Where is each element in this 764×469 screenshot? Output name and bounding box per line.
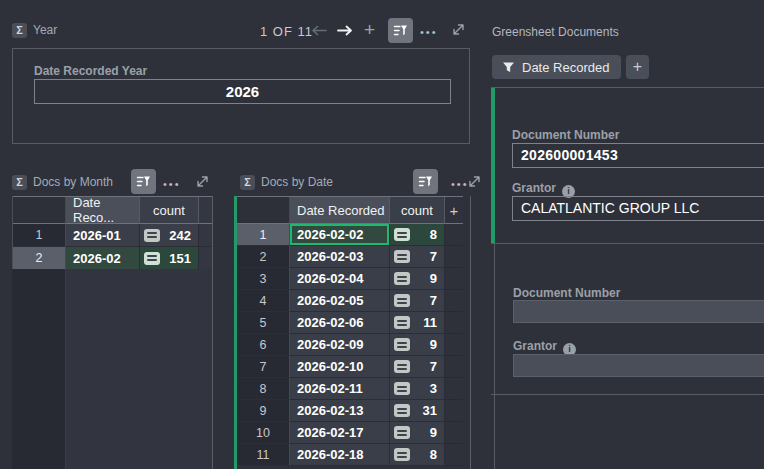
row-number-cell[interactable]: 5	[237, 312, 290, 334]
count-column-header[interactable]: count	[390, 197, 445, 224]
document-card-selected[interactable]: Document Number 202600001453 Grantori CA…	[491, 88, 764, 243]
sort-filter-button[interactable]	[413, 169, 438, 194]
more-options-icon[interactable]: •••	[163, 179, 181, 190]
document-card[interactable]	[494, 395, 764, 469]
record-list-icon	[394, 338, 410, 351]
docs-by-date-table: Date Recorded count + 12026-02-02822026-…	[237, 196, 463, 466]
date-cell[interactable]: 2026-02-06	[290, 312, 390, 334]
expand-icon[interactable]	[451, 22, 466, 37]
sigma-icon: Σ	[12, 175, 27, 190]
count-cell[interactable]: 9	[390, 334, 445, 356]
table-row[interactable]: 22026-02151	[13, 247, 212, 270]
count-value: 31	[423, 403, 437, 418]
year-card: Date Recorded Year 2026	[12, 48, 470, 144]
count-cell[interactable]: 31	[390, 400, 445, 422]
row-number-cell[interactable]: 6	[237, 334, 290, 356]
extra-column-header	[199, 197, 213, 224]
table-row[interactable]: 62026-02-099	[237, 334, 463, 356]
sigma-icon: Σ	[12, 23, 27, 38]
year-field-value[interactable]: 2026	[34, 79, 451, 104]
date-cell[interactable]: 2026-02-10	[290, 356, 390, 378]
sort-filter-button[interactable]	[131, 169, 156, 194]
expand-icon[interactable]	[195, 174, 210, 189]
add-column-button[interactable]: +	[445, 197, 463, 224]
date-cell[interactable]: 2026-02-18	[290, 444, 390, 466]
doc-number-label: Document Number	[513, 286, 620, 300]
grantor-value[interactable]	[513, 354, 764, 377]
row-number-cell[interactable]: 7	[237, 356, 290, 378]
document-card[interactable]: Document Number Grantori	[494, 244, 764, 394]
row-number-cell[interactable]: 2	[13, 247, 66, 270]
table-row[interactable]: 102026-02-179	[237, 422, 463, 444]
count-cell[interactable]: 7	[390, 290, 445, 312]
more-options-icon[interactable]: •••	[420, 27, 438, 38]
date-column-header[interactable]: Date Recorded	[290, 197, 390, 224]
date-cell[interactable]: 2026-01	[66, 224, 140, 247]
doc-number-value[interactable]	[513, 300, 764, 323]
table-row[interactable]: 72026-02-107	[237, 356, 463, 378]
row-number-cell[interactable]: 1	[237, 224, 290, 246]
row-number-cell[interactable]: 2	[237, 246, 290, 268]
doc-number-value[interactable]: 202600001453	[512, 143, 764, 168]
date-cell[interactable]: 2026-02-17	[290, 422, 390, 444]
count-cell[interactable]: 7	[390, 356, 445, 378]
expand-icon[interactable]	[467, 174, 482, 189]
row-number-cell[interactable]: 3	[237, 268, 290, 290]
row-number-cell[interactable]: 9	[237, 400, 290, 422]
date-cell[interactable]: 2026-02-11	[290, 378, 390, 400]
count-column-header[interactable]: count	[140, 197, 199, 224]
count-value: 7	[430, 249, 437, 264]
table-row[interactable]: 82026-02-113	[237, 378, 463, 400]
table-row[interactable]: 12026-02-028	[237, 224, 463, 246]
plus-icon[interactable]: +	[364, 20, 375, 39]
date-cell[interactable]: 2026-02-05	[290, 290, 390, 312]
count-cell[interactable]: 8	[390, 444, 445, 466]
count-cell[interactable]: 3	[390, 378, 445, 400]
date-cell[interactable]: 2026-02-02	[290, 224, 390, 246]
record-pagination: 1 OF 11	[260, 24, 313, 39]
grantor-value[interactable]: CALATLANTIC GROUP LLC	[512, 196, 764, 221]
row-number-cell[interactable]: 4	[237, 290, 290, 312]
table-row[interactable]: 112026-02-188	[237, 444, 463, 466]
arrow-left-icon[interactable]	[311, 25, 328, 36]
row-number-cell[interactable]: 1	[13, 224, 66, 247]
row-number-cell[interactable]: 10	[237, 422, 290, 444]
count-cell[interactable]: 9	[390, 422, 445, 444]
add-filter-button[interactable]: +	[626, 55, 649, 79]
count-cell[interactable]: 8	[390, 224, 445, 246]
record-list-icon	[394, 404, 410, 417]
date-cell[interactable]: 2026-02-03	[290, 246, 390, 268]
record-list-icon	[394, 228, 410, 241]
date-cell[interactable]: 2026-02-04	[290, 268, 390, 290]
table-row[interactable]: 32026-02-049	[237, 268, 463, 290]
more-options-icon[interactable]: •••	[451, 179, 469, 190]
record-list-icon	[144, 229, 160, 242]
date-recorded-filter-chip[interactable]: Date Recorded	[492, 55, 621, 79]
count-cell[interactable]: 11	[390, 312, 445, 334]
empty-cell	[445, 378, 463, 400]
table-row[interactable]: 42026-02-057	[237, 290, 463, 312]
date-cell[interactable]: 2026-02	[66, 247, 140, 270]
doc-number-label: Document Number	[512, 128, 619, 142]
row-number-header	[237, 197, 290, 224]
sort-filter-button[interactable]	[388, 18, 413, 43]
arrow-right-icon[interactable]	[336, 25, 353, 36]
table-row[interactable]: 92026-02-1331	[237, 400, 463, 422]
table-row[interactable]: 22026-02-037	[237, 246, 463, 268]
date-cell[interactable]: 2026-02-09	[290, 334, 390, 356]
date-cell[interactable]: 2026-02-13	[290, 400, 390, 422]
count-cell[interactable]: 242	[140, 224, 199, 247]
count-value: 7	[430, 359, 437, 374]
empty-cell	[445, 334, 463, 356]
table-header-row: Date Recorded count +	[237, 196, 463, 224]
table-row[interactable]: 52026-02-0611	[237, 312, 463, 334]
month-panel-title: Docs by Month	[33, 175, 113, 190]
row-number-cell[interactable]: 8	[237, 378, 290, 400]
sort-filter-icon	[393, 23, 408, 38]
row-number-cell[interactable]: 11	[237, 444, 290, 466]
count-cell[interactable]: 151	[140, 247, 199, 270]
date-column-header[interactable]: Date Reco...	[66, 197, 140, 224]
count-cell[interactable]: 9	[390, 268, 445, 290]
count-cell[interactable]: 7	[390, 246, 445, 268]
table-row[interactable]: 12026-01242	[13, 224, 212, 247]
